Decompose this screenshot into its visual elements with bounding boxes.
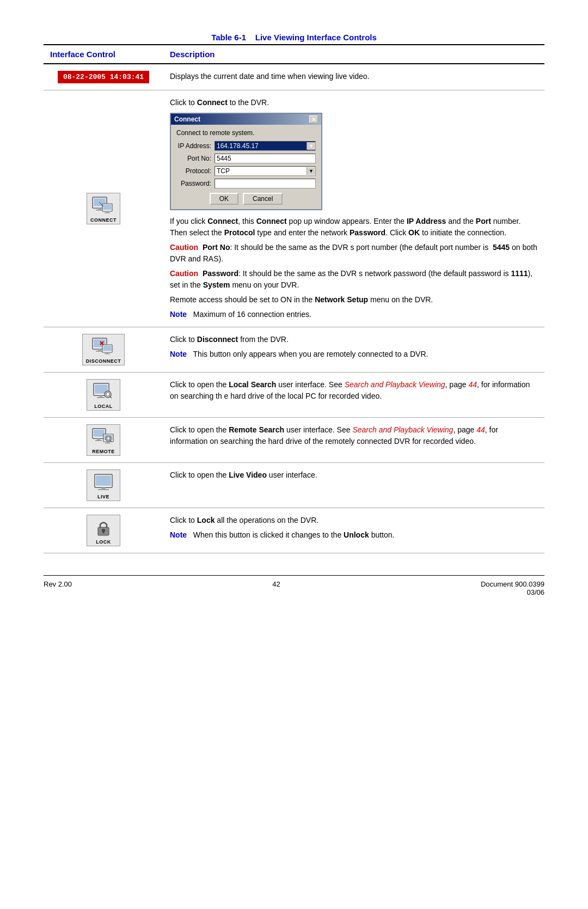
remote-icon-box: REMOTE xyxy=(87,424,120,456)
connect-desc-paragraph: If you click Connect, this Connect pop u… xyxy=(170,216,538,239)
connect-icon-box: CONNECT xyxy=(87,193,120,224)
icon-cell-datetime: 08-22-2005 14:03:41 xyxy=(44,64,163,90)
connect-note-max: Note Maximum of 16 connection entries. xyxy=(170,309,538,320)
dialog-subtitle: Connect to remote system. xyxy=(176,129,316,137)
desc-cell-live: Click to open the Live Video user interf… xyxy=(163,463,544,508)
table-row: CONNECT Click to Connect to the DVR. Con… xyxy=(44,90,544,327)
icon-cell-connect: CONNECT xyxy=(44,90,163,327)
live-icon-label: LIVE xyxy=(97,494,109,499)
dialog-protocol-value: TCP xyxy=(217,167,230,175)
svg-rect-6 xyxy=(106,211,108,212)
svg-rect-29 xyxy=(95,440,102,441)
dialog-label-ip: IP Address: xyxy=(176,142,215,150)
disconnect-note: Note This button only appears when you a… xyxy=(170,349,538,360)
lock-icon-box: LOCK xyxy=(87,515,120,546)
svg-rect-32 xyxy=(107,442,109,443)
disconnect-icon-label: DISCONNECT xyxy=(86,358,121,364)
icon-cell-live: LIVE xyxy=(44,463,163,508)
dialog-label-port: Port No: xyxy=(176,155,215,162)
lock-note: Note When this button is clicked it chan… xyxy=(170,529,538,541)
svg-rect-11 xyxy=(98,349,101,351)
dialog-body: Connect to remote system. IP Address: 16… xyxy=(171,125,321,209)
table-row: LIVE Click to open the Live Video user i… xyxy=(44,463,544,508)
dialog-input-ip[interactable]: 164.178.45.17 ▼ xyxy=(215,141,316,151)
dialog-input-port[interactable]: 5445 xyxy=(215,154,316,163)
lock-icon-label: LOCK xyxy=(96,539,111,545)
dialog-dropdown-arrow-ip[interactable]: ▼ xyxy=(307,142,315,150)
icon-cell-local: LOCAL xyxy=(44,373,163,418)
icon-cell-remote: REMOTE xyxy=(44,418,163,463)
svg-rect-22 xyxy=(97,397,105,398)
dialog-input-protocol[interactable]: TCP ▼ xyxy=(215,166,316,176)
desc-cell-lock: Click to Lock all the operations on the … xyxy=(163,508,544,553)
table-row: DISCONNECT Click to Disconnect from the … xyxy=(44,327,544,373)
dialog-ip-value: 164.178.45.17 xyxy=(217,142,259,150)
connect-icon xyxy=(90,196,117,216)
table-title-label: Live Viewing Interface Controls xyxy=(255,33,377,42)
dialog-input-password[interactable] xyxy=(215,179,316,188)
svg-rect-33 xyxy=(105,443,111,443)
svg-rect-16 xyxy=(105,353,110,354)
disconnect-click-text: Click to Disconnect from the DVR. xyxy=(170,334,538,345)
dialog-field-ip: IP Address: 164.178.45.17 ▼ xyxy=(176,141,316,151)
dialog-cancel-button[interactable]: Cancel xyxy=(243,193,283,205)
local-icon xyxy=(90,382,117,402)
dialog-field-protocol: Protocol: TCP ▼ xyxy=(176,166,316,176)
remote-desc: Click to open the Remote Search user int… xyxy=(170,424,538,447)
svg-rect-15 xyxy=(106,352,108,353)
remote-icon xyxy=(90,427,117,448)
svg-rect-7 xyxy=(105,212,110,213)
desc-cell-connect: Click to Connect to the DVR. Connect ✕ C… xyxy=(163,90,544,327)
connect-icon-label: CONNECT xyxy=(90,217,117,223)
icon-cell-disconnect: DISCONNECT xyxy=(44,327,163,373)
table-row: LOCK Click to Lock all the operations on… xyxy=(44,508,544,553)
col-header-interface: Interface Control xyxy=(44,45,163,64)
table-title: Table 6-1 Live Viewing Interface Control… xyxy=(44,33,544,44)
live-icon-box: LIVE xyxy=(87,469,120,501)
footer-page: 42 xyxy=(272,580,280,588)
svg-rect-5 xyxy=(103,205,112,210)
dialog-field-password: Password: xyxy=(176,179,316,188)
connect-network-setup: Remote access should be set to ON in the… xyxy=(170,294,538,306)
svg-rect-38 xyxy=(96,475,111,486)
dialog-title: Connect xyxy=(174,115,200,123)
table-row: 08-22-2005 14:03:41 Displays the current… xyxy=(44,64,544,90)
connect-click-text: Click to Connect to the DVR. xyxy=(170,97,538,108)
page-footer: Rev 2.00 42 Document 900.0399 03/06 xyxy=(44,575,544,596)
dialog-field-port: Port No: 5445 xyxy=(176,154,316,163)
table-row: REMOTE Click to open the Remote Search u… xyxy=(44,418,544,463)
datetime-badge: 08-22-2005 14:03:41 xyxy=(58,71,149,83)
disconnect-icon xyxy=(90,337,117,357)
dialog-port-value: 5445 xyxy=(217,155,231,162)
desc-cell-disconnect: Click to Disconnect from the DVR. Note T… xyxy=(163,327,544,373)
live-desc: Click to open the Live Video user interf… xyxy=(170,469,538,481)
dialog-ok-button[interactable]: OK xyxy=(210,193,238,205)
footer-doc-date: 03/06 xyxy=(481,588,544,596)
svg-rect-27 xyxy=(94,430,105,437)
live-icon xyxy=(90,472,117,493)
main-table: Interface Control Description 08-22-2005… xyxy=(44,44,544,553)
dialog-label-password: Password: xyxy=(176,180,215,187)
table-row: LOCAL Click to open the Local Search use… xyxy=(44,373,544,418)
dialog-close-button[interactable]: ✕ xyxy=(309,115,318,123)
svg-rect-21 xyxy=(99,395,102,397)
local-icon-box: LOCAL xyxy=(87,379,120,411)
svg-rect-28 xyxy=(97,438,100,440)
connect-dialog: Connect ✕ Connect to remote system. IP A… xyxy=(170,113,322,210)
desc-cell-remote: Click to open the Remote Search user int… xyxy=(163,418,544,463)
desc-cell-local: Click to open the Local Search user inte… xyxy=(163,373,544,418)
dialog-label-protocol: Protocol: xyxy=(176,167,215,175)
page-content: Table 6-1 Live Viewing Interface Control… xyxy=(44,33,544,596)
svg-rect-39 xyxy=(101,487,106,489)
connect-caution-password: Caution Password: It should be the same … xyxy=(170,268,538,291)
footer-doc-number: Document 900.0399 xyxy=(481,580,544,588)
remote-icon-label: REMOTE xyxy=(92,449,115,454)
svg-rect-43 xyxy=(103,530,105,533)
lock-icon xyxy=(90,517,117,538)
footer-rev: Rev 2.00 xyxy=(44,580,72,588)
dialog-dropdown-arrow-protocol[interactable]: ▼ xyxy=(307,167,315,175)
dialog-buttons: OK Cancel xyxy=(176,193,316,205)
local-desc: Click to open the Local Search user inte… xyxy=(170,379,538,402)
table-number: Table 6-1 xyxy=(211,33,246,42)
connect-caution-port: Caution Port No: It should be the same a… xyxy=(170,242,538,265)
